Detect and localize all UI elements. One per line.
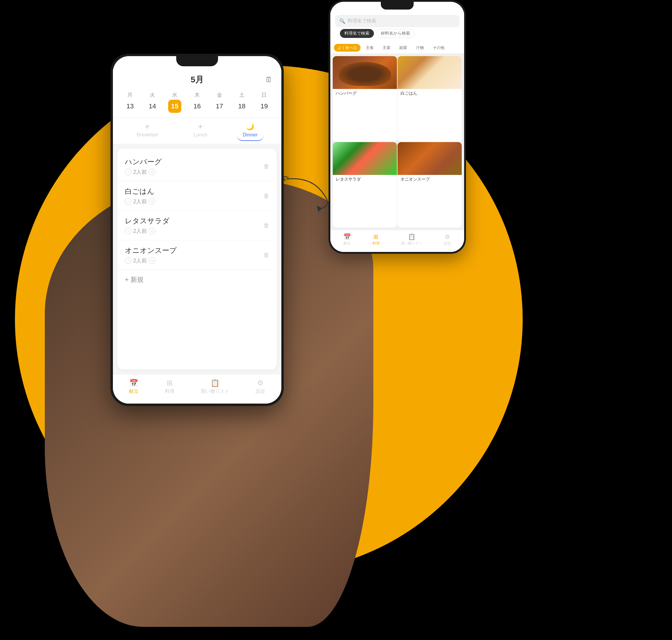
meal-item-hamburger[interactable]: ハンバーグ − 2人前 + 🗑 (117, 151, 277, 181)
recipe-card-hamburger[interactable]: ハンバーグ (333, 56, 397, 142)
notch-small (381, 2, 414, 10)
recipe-name-soup: オニオンスープ (398, 175, 462, 185)
dinner-label: Dinner (243, 132, 258, 138)
svg-marker-0 (317, 205, 322, 212)
breakfast-icon: ☀ (144, 123, 150, 131)
meal-list: ハンバーグ − 2人前 + 🗑 白ごはん − 2人前 (117, 149, 277, 369)
meal-name-rice: 白ごはん (125, 187, 155, 196)
search-by-name-tab[interactable]: 料理名で検索 (340, 29, 374, 38)
nav-item-shopping[interactable]: 📋 買い物リスト (201, 379, 229, 395)
phone-screen: 5月 🗓 月 13 火 14 水 15 木 16 (113, 68, 281, 404)
day-thu[interactable]: 木 16 (190, 91, 204, 113)
lunch-icon: ☀ (197, 123, 203, 131)
meal-name-salad: レタスサラダ (125, 216, 170, 226)
nav-recipes-icon: ⊞ (167, 379, 173, 387)
meal-item-soup[interactable]: オニオンスープ − 2人前 + 🗑 (117, 240, 277, 270)
bottom-nav-second: 📅 献立 ⊞ 料理 📋 買い物リスト ⚙ 設定 (330, 230, 464, 252)
nav-shopping-icon: 📋 (211, 379, 219, 387)
recipe-name-rice: 白ごはん (398, 89, 462, 99)
nav2-recipes-icon: ⊞ (373, 233, 378, 240)
tab-lunch[interactable]: ☀ Lunch (188, 121, 213, 141)
nav2-settings-icon: ⚙ (445, 233, 450, 240)
phone-header: 5月 🗓 (113, 68, 281, 88)
search-icon: 🔍 (339, 18, 345, 24)
lunch-label: Lunch (194, 132, 207, 138)
nav2-shopping-icon: 📋 (408, 233, 415, 240)
day-wed[interactable]: 水 15 (168, 91, 181, 113)
day-mon[interactable]: 月 13 (123, 91, 137, 113)
recipe-image-rice (398, 56, 462, 89)
recipe-grid: ハンバーグ 白ごはん レタスサラダ オニオンスープ (330, 54, 464, 230)
nav2-schedule-icon: 📅 (343, 233, 351, 240)
nav2-shopping-label: 買い物リスト (401, 241, 422, 246)
search-by-ingredient-tab[interactable]: 材料名から検索 (376, 29, 415, 38)
recipe-image-salad (333, 142, 397, 175)
day-tue[interactable]: 火 14 (146, 91, 159, 113)
breakfast-label: Breakfast (137, 132, 158, 138)
search-bar-container: 🔍 料理名で検索 料理名で検索 材料名から検索 (330, 11, 464, 42)
main-phone: 5月 🗓 月 13 火 14 水 15 木 16 (111, 54, 284, 406)
meal-delete-icon-3[interactable]: 🗑 (263, 222, 269, 229)
chip-other[interactable]: その他 (429, 44, 448, 52)
recipe-name-hamburger: ハンバーグ (333, 89, 397, 99)
nav-item-schedule[interactable]: 📅 献立 (129, 379, 139, 395)
meal-tabs: ☀ Breakfast ☀ Lunch 🌙 Dinner (113, 118, 281, 144)
search-type-tabs: 料理名で検索 材料名から検索 (335, 27, 459, 40)
add-new-button[interactable]: + 新規 (117, 270, 277, 290)
nav-schedule-label: 献立 (129, 388, 139, 395)
meal-item-rice[interactable]: 白ごはん − 2人前 + 🗑 (117, 181, 277, 211)
nav-recipes-label: 料理 (165, 388, 174, 395)
phone-notch (176, 56, 218, 66)
nav-settings-icon: ⚙ (257, 379, 264, 387)
recipe-image-soup (398, 142, 462, 175)
nav2-schedule-label: 献立 (343, 241, 351, 246)
meal-serving-hamburger: − 2人前 + (125, 169, 162, 175)
recipe-name-salad: レタスサラダ (333, 175, 397, 185)
search-bar[interactable]: 🔍 料理名で検索 (335, 15, 459, 27)
calendar-week: 月 13 火 14 水 15 木 16 金 17 (113, 88, 281, 118)
meal-delete-icon-2[interactable]: 🗑 (263, 192, 269, 199)
nav2-recipes-label: 料理 (372, 241, 380, 246)
recipe-image-hamburger (333, 56, 397, 89)
recipe-card-soup[interactable]: オニオンスープ (398, 142, 462, 228)
second-phone: 🔍 料理名で検索 料理名で検索 材料名から検索 よく食べる 主食 主菜 副菜 汁… (329, 0, 466, 254)
bottom-nav-main: 📅 献立 ⊞ 料理 📋 買い物リスト ⚙ 設定 (113, 374, 281, 404)
nav-schedule-icon: 📅 (129, 379, 138, 387)
search-screen: 🔍 料理名で検索 料理名で検索 材料名から検索 よく食べる 主食 主菜 副菜 汁… (330, 11, 464, 252)
day-sun[interactable]: 日 19 (257, 91, 271, 113)
meal-name-soup: オニオンスープ (125, 246, 177, 255)
chip-side[interactable]: 副菜 (396, 44, 411, 52)
nav-settings-label: 設定 (256, 388, 265, 395)
calendar-icon: 🗓 (265, 75, 272, 84)
search-input[interactable]: 料理名で検索 (348, 18, 376, 24)
nav2-recipes[interactable]: ⊞ 料理 (372, 233, 380, 246)
recipe-card-rice[interactable]: 白ごはん (398, 56, 462, 142)
chip-soup[interactable]: 汁物 (413, 44, 427, 52)
dinner-icon: 🌙 (246, 123, 254, 131)
chip-staple[interactable]: 主食 (362, 44, 377, 52)
arrow-annotation (278, 173, 338, 219)
chip-frequent[interactable]: よく食べる (334, 44, 360, 52)
nav2-schedule[interactable]: 📅 献立 (343, 233, 351, 246)
nav2-settings-label: 設定 (444, 241, 451, 246)
tab-breakfast[interactable]: ☀ Breakfast (130, 121, 164, 141)
nav2-settings[interactable]: ⚙ 設定 (444, 233, 451, 246)
month-title: 5月 (190, 74, 204, 85)
chip-main[interactable]: 主菜 (379, 44, 394, 52)
category-chips: よく食べる 主食 主菜 副菜 汁物 その他 (330, 42, 464, 54)
day-fri[interactable]: 金 17 (213, 91, 226, 113)
meal-name-hamburger: ハンバーグ (125, 157, 162, 166)
meal-delete-icon-4[interactable]: 🗑 (263, 252, 269, 259)
recipe-card-salad[interactable]: レタスサラダ (333, 142, 397, 228)
meal-item-salad[interactable]: レタスサラダ − 2人前 + 🗑 (117, 211, 277, 240)
nav-item-recipes[interactable]: ⊞ 料理 (165, 379, 174, 395)
nav2-shopping[interactable]: 📋 買い物リスト (401, 233, 422, 246)
day-sat[interactable]: 土 18 (235, 91, 248, 113)
tab-dinner[interactable]: 🌙 Dinner (237, 121, 264, 141)
nav-shopping-label: 買い物リスト (201, 388, 229, 395)
nav-item-settings[interactable]: ⚙ 設定 (256, 379, 265, 395)
meal-delete-icon[interactable]: 🗑 (263, 163, 269, 170)
